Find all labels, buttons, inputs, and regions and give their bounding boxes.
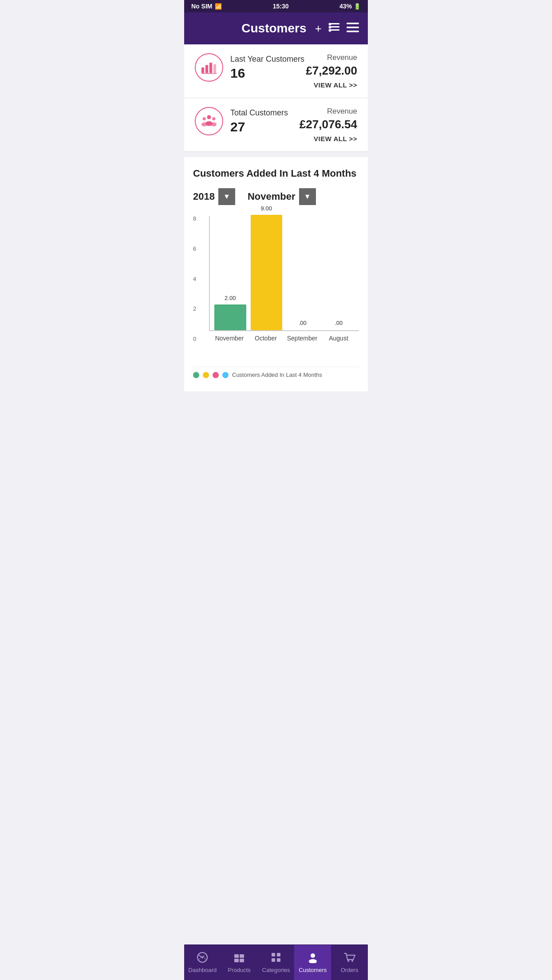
total-revenue-value: £27,076.54 xyxy=(300,118,357,131)
bar-value-october: 9.00 xyxy=(251,205,283,212)
status-right: 43% 🔋 xyxy=(339,3,361,10)
total-customers-label: Total Customers xyxy=(230,108,288,118)
chart-month: November xyxy=(248,191,296,202)
bar-value-september: .00 xyxy=(287,320,319,326)
total-view-all[interactable]: VIEW ALL >> xyxy=(300,135,357,142)
x-label-september: September xyxy=(286,335,318,342)
svg-rect-7 xyxy=(347,27,359,28)
svg-point-18 xyxy=(201,122,207,126)
bar-value-november: 2.00 xyxy=(214,295,246,301)
month-dropdown-button[interactable]: ▼ xyxy=(299,188,316,205)
bar-group-october: 9.00 xyxy=(251,215,283,330)
x-label-august: August xyxy=(323,335,355,342)
y-label-6: 6 xyxy=(193,246,196,252)
bar-october xyxy=(251,215,283,330)
svg-rect-6 xyxy=(347,23,359,24)
svg-rect-8 xyxy=(347,31,359,32)
bar-group-september: .00 xyxy=(287,329,319,330)
menu-button[interactable] xyxy=(347,23,359,34)
add-button[interactable]: + xyxy=(315,23,322,34)
legend-dot-green xyxy=(193,372,199,378)
svg-point-16 xyxy=(212,117,215,120)
header-actions: + xyxy=(315,21,359,36)
app-header: Customers + xyxy=(184,12,368,44)
legend-text: Customers Added In Last 4 Months xyxy=(232,371,322,378)
last-year-card: Last Year Customers 16 Revenue £7,292.00… xyxy=(184,44,368,98)
bar-september xyxy=(287,329,319,330)
bar-value-august: .00 xyxy=(323,320,355,326)
svg-rect-5 xyxy=(329,29,331,32)
svg-point-14 xyxy=(207,115,211,119)
bar-november xyxy=(214,304,246,330)
time-label: 15:30 xyxy=(273,3,289,10)
x-label-november: November xyxy=(213,335,245,342)
y-axis: 8 6 4 2 0 xyxy=(193,216,199,342)
x-axis-labels: November October September August xyxy=(209,331,359,342)
total-customers-card: Total Customers 27 Revenue £27,076.54 VI… xyxy=(184,98,368,152)
chart-section: Customers Added In Last 4 Months 2018 ▼ … xyxy=(184,157,368,391)
bar-chart: 8 6 4 2 0 2.00 9.00 .00 xyxy=(193,216,359,360)
status-left: No SIM 📶 xyxy=(191,3,222,10)
status-bar: No SIM 📶 15:30 43% 🔋 xyxy=(184,0,368,12)
chart-controls: 2018 ▼ November ▼ xyxy=(193,188,359,205)
chart-year: 2018 xyxy=(193,191,215,202)
svg-point-15 xyxy=(203,117,206,120)
total-customers-count: 27 xyxy=(230,119,288,134)
chart-title: Customers Added In Last 4 Months xyxy=(193,168,359,179)
legend-dot-yellow xyxy=(203,372,209,378)
page-title: Customers xyxy=(233,21,315,36)
y-label-2: 2 xyxy=(193,306,196,312)
bar-group-november: 2.00 xyxy=(214,304,246,330)
last-year-label: Last Year Customers xyxy=(230,55,304,64)
svg-rect-12 xyxy=(213,64,216,73)
content-area: Last Year Customers 16 Revenue £7,292.00… xyxy=(184,44,368,427)
svg-rect-4 xyxy=(329,26,331,28)
battery-label: 43% xyxy=(339,3,352,10)
y-label-8: 8 xyxy=(193,216,196,221)
y-label-0: 0 xyxy=(193,336,196,342)
legend-dot-blue xyxy=(222,372,229,378)
last-year-icon-circle xyxy=(195,53,223,82)
y-label-4: 4 xyxy=(193,276,196,282)
chart-legend: Customers Added In Last 4 Months xyxy=(193,367,359,383)
total-customers-icon-circle xyxy=(195,107,223,135)
svg-rect-9 xyxy=(201,67,204,73)
total-revenue-label: Revenue xyxy=(300,107,357,116)
last-year-revenue-label: Revenue xyxy=(306,53,357,62)
svg-rect-11 xyxy=(209,63,212,73)
svg-rect-3 xyxy=(329,23,331,25)
bars-area: 2.00 9.00 .00 .00 xyxy=(209,216,359,331)
svg-rect-10 xyxy=(205,65,208,73)
wifi-icon: 📶 xyxy=(215,3,222,10)
bar-group-august: .00 xyxy=(323,329,355,330)
list-view-button[interactable] xyxy=(328,21,340,36)
bar-august xyxy=(323,329,355,330)
last-year-revenue-value: £7,292.00 xyxy=(306,64,357,78)
year-dropdown-button[interactable]: ▼ xyxy=(218,188,235,205)
last-year-count: 16 xyxy=(230,66,304,81)
svg-point-19 xyxy=(211,122,217,126)
carrier-label: No SIM xyxy=(191,3,212,10)
x-label-october: October xyxy=(250,335,282,342)
legend-dot-red xyxy=(213,372,219,378)
last-year-view-all[interactable]: VIEW ALL >> xyxy=(306,81,357,89)
battery-icon: 🔋 xyxy=(354,3,361,10)
